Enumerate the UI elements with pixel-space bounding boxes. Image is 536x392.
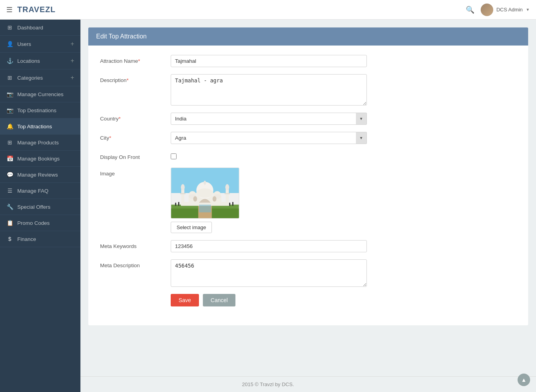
footer-text: 2015 © Travzl by DCS. <box>242 381 294 387</box>
user-menu[interactable]: DCS Admin ▼ <box>481 4 530 16</box>
sidebar-item-categories[interactable]: ⊞ Categories + <box>0 69 80 86</box>
description-input[interactable]: Tajmahal - agra <box>171 74 367 106</box>
meta-keywords-label: Meta Keywords <box>100 240 171 249</box>
brand-logo: TRAVEZL <box>17 5 56 14</box>
required-marker: * <box>127 77 129 83</box>
country-group: Country* India USA UK France ▼ <box>100 113 516 125</box>
sidebar-label: Manage FAQ <box>17 188 74 194</box>
sidebar-item-top-attractions[interactable]: 🔔 Top Attractions <box>0 119 80 135</box>
dashboard-icon: ⊞ <box>6 24 13 31</box>
city-label: City* <box>100 132 171 141</box>
svg-rect-18 <box>180 193 186 194</box>
attraction-name-label: Attraction Name* <box>100 55 171 64</box>
display-on-front-group: Display On Front <box>100 151 516 160</box>
sidebar-label: Manage Bookings <box>17 156 74 162</box>
select-image-button[interactable]: Select image <box>171 222 212 233</box>
sidebar-item-promo-codes[interactable]: 📋 Promo Codes <box>0 215 80 231</box>
sidebar-item-special-offers[interactable]: 🔧 Special Offers <box>0 199 80 215</box>
svg-point-21 <box>213 196 217 202</box>
plus-icon: + <box>71 74 74 81</box>
sidebar-item-manage-products[interactable]: ⊞ Manage Products <box>0 135 80 151</box>
topbar: ☰ TRAVEZL 🔍 DCS Admin ▼ <box>0 0 536 20</box>
faq-icon: ☰ <box>6 188 13 194</box>
checkbox-wrapper <box>171 151 177 160</box>
sidebar-label: Top Destinations <box>17 108 74 113</box>
attraction-name-group: Attraction Name* <box>100 55 516 67</box>
chevron-down-icon: ▼ <box>526 7 530 12</box>
destinations-icon: 📷 <box>6 107 13 113</box>
save-button[interactable]: Save <box>171 294 199 306</box>
plus-icon: + <box>71 40 74 47</box>
svg-rect-22 <box>199 205 211 213</box>
sidebar-label: Manage Currencies <box>17 91 74 97</box>
sidebar-label: Dashboard <box>17 25 74 31</box>
promo-icon: 📋 <box>6 220 13 226</box>
sidebar-label: Special Offers <box>17 204 74 210</box>
required-marker: * <box>138 58 140 64</box>
city-select[interactable]: Agra Delhi Mumbai Chennai <box>171 132 367 144</box>
svg-rect-19 <box>224 193 230 194</box>
user-name: DCS Admin <box>496 7 523 13</box>
svg-point-17 <box>225 184 229 190</box>
sidebar-label: Top Attractions <box>17 124 74 129</box>
sidebar-item-users[interactable]: 👤 Users + <box>0 36 80 53</box>
offers-icon: 🔧 <box>6 204 13 210</box>
sidebar-label: Finance <box>17 236 74 242</box>
meta-description-label: Meta Description <box>100 259 171 268</box>
topbar-left: ☰ TRAVEZL <box>6 5 56 14</box>
currencies-icon: 📷 <box>6 91 13 97</box>
svg-point-9 <box>204 181 206 184</box>
attractions-icon: 🔔 <box>6 123 13 129</box>
svg-rect-24 <box>178 202 179 206</box>
page-title: Edit Top Attraction <box>96 33 147 40</box>
svg-rect-23 <box>175 203 176 206</box>
meta-keywords-group: Meta Keywords <box>100 240 516 252</box>
sidebar-label: Promo Codes <box>17 220 74 226</box>
reviews-icon: 💬 <box>6 171 13 178</box>
display-on-front-label: Display On Front <box>100 151 171 160</box>
svg-point-15 <box>181 184 185 190</box>
sidebar-item-manage-bookings[interactable]: 📅 Manage Bookings <box>0 151 80 167</box>
scroll-up-button[interactable]: ▲ <box>518 374 530 386</box>
description-label: Description* <box>100 74 171 83</box>
sidebar-label: Users <box>17 41 67 47</box>
buttons-wrapper: Save Cancel <box>171 294 235 306</box>
panel-header: Edit Top Attraction <box>88 27 528 46</box>
sidebar-item-locations[interactable]: ⚓ Locations + <box>0 53 80 69</box>
attraction-name-input[interactable] <box>171 55 367 67</box>
cancel-button[interactable]: Cancel <box>203 294 236 306</box>
sidebar-item-manage-faq[interactable]: ☰ Manage FAQ <box>0 183 80 199</box>
country-select-wrapper: India USA UK France ▼ <box>171 113 367 125</box>
city-select-wrapper: Agra Delhi Mumbai Chennai ▼ <box>171 132 367 144</box>
display-on-front-checkbox[interactable] <box>171 153 177 159</box>
sidebar-item-finance[interactable]: $ Finance <box>0 231 80 247</box>
sidebar-item-manage-reviews[interactable]: 💬 Manage Reviews <box>0 167 80 183</box>
form-actions: Save Cancel <box>100 294 516 306</box>
sidebar-item-top-destinations[interactable]: 📷 Top Destinations <box>0 102 80 119</box>
svg-rect-25 <box>229 203 230 206</box>
sidebar-item-dashboard[interactable]: ⊞ Dashboard <box>0 20 80 36</box>
panel-body: Attraction Name* Description* Tajmahal -… <box>88 46 528 325</box>
taj-mahal-image <box>171 168 239 218</box>
sidebar-label: Manage Reviews <box>17 172 74 178</box>
image-label: Image <box>100 168 171 177</box>
categories-icon: ⊞ <box>6 75 13 81</box>
required-marker: * <box>119 116 120 122</box>
sidebar-label: Manage Products <box>17 140 74 146</box>
country-label: Country* <box>100 113 171 122</box>
svg-rect-26 <box>232 202 233 206</box>
description-group: Description* Tajmahal - agra <box>100 74 516 106</box>
users-icon: 👤 <box>6 41 13 47</box>
search-icon[interactable]: 🔍 <box>466 5 474 14</box>
image-preview <box>171 168 239 219</box>
hamburger-icon[interactable]: ☰ <box>6 5 13 14</box>
avatar-image <box>481 4 493 16</box>
country-select[interactable]: India USA UK France <box>171 113 367 125</box>
city-group: City* Agra Delhi Mumbai Chennai ▼ <box>100 132 516 144</box>
sidebar-item-manage-currencies[interactable]: 📷 Manage Currencies <box>0 86 80 102</box>
avatar <box>481 4 493 16</box>
meta-description-input[interactable]: 456456 <box>171 259 367 287</box>
meta-keywords-input[interactable] <box>171 240 367 252</box>
meta-description-group: Meta Description 456456 <box>100 259 516 287</box>
image-group: Image <box>100 168 516 233</box>
